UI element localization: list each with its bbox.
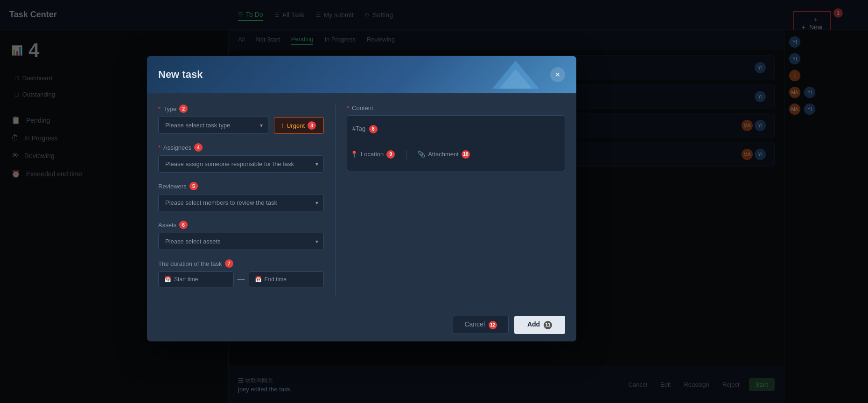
assignees-select[interactable]: Please assign someone responsible for th…	[158, 155, 324, 173]
duration-field-group: The duration of the task 7 📅 Start time …	[158, 259, 324, 287]
assets-label: Assets 6	[158, 221, 324, 229]
urgent-step-badge: 3	[308, 121, 316, 130]
add-step-badge: 11	[544, 321, 552, 329]
modal-body: * Type 2 Please selsect task type ▾ ! Ur…	[147, 93, 576, 308]
content-required-star: *	[347, 104, 349, 111]
urgent-button[interactable]: ! Urgent 3	[274, 117, 324, 134]
assignees-required-star: *	[158, 144, 161, 151]
cancel-label: Cancel	[464, 320, 485, 328]
modal-footer: Cancel 12 Add 11	[147, 308, 576, 341]
modal-header: New task ×	[147, 56, 576, 93]
type-select-wrapper: Please selsect task type ▾	[158, 117, 268, 134]
attachment-step-badge: 10	[462, 150, 470, 159]
content-textarea[interactable]	[347, 115, 565, 171]
assignees-step-badge: 4	[194, 143, 203, 152]
assets-select-wrapper: Please select assets ▾	[158, 233, 324, 250]
modal-left-column: * Type 2 Please selsect task type ▾ ! Ur…	[158, 104, 336, 297]
content-field-group: * Content #Tag 8	[347, 104, 565, 138]
new-task-modal: New task × * Type 2 Please selsect task …	[147, 56, 576, 341]
urgent-label: Urgent	[287, 122, 305, 129]
location-step-badge: 9	[386, 150, 395, 159]
reviewers-label: Reviewers 5	[158, 182, 324, 190]
duration-step-badge: 7	[225, 259, 233, 268]
add-button[interactable]: Add 11	[514, 316, 565, 334]
assets-step-badge: 6	[179, 221, 188, 229]
end-time-input[interactable]: 📅 End time	[249, 271, 324, 287]
reviewers-select-wrapper: Please select members to review the task…	[158, 194, 324, 211]
assignees-select-wrapper: Please assign someone responsible for th…	[158, 155, 324, 173]
location-divider	[406, 150, 406, 159]
calendar-end-icon: 📅	[255, 276, 262, 283]
assets-field-group: Assets 6 Please select assets ▾	[158, 221, 324, 250]
start-time-label: Start time	[174, 276, 198, 283]
cancel-step-badge: 12	[489, 321, 497, 329]
type-select[interactable]: Please selsect task type	[158, 117, 268, 134]
type-required-star: *	[158, 105, 161, 112]
location-icon: 📍	[350, 151, 358, 158]
calendar-start-icon: 📅	[164, 276, 171, 283]
location-button[interactable]: 📍 Location 9	[347, 147, 399, 161]
urgent-icon: !	[282, 122, 284, 129]
modal-title: New task	[158, 69, 203, 81]
cancel-button[interactable]: Cancel 12	[453, 316, 508, 334]
reviewers-select[interactable]: Please select members to review the task	[158, 194, 324, 211]
type-label: * Type 2	[158, 104, 324, 113]
content-label: * Content	[347, 104, 565, 111]
reviewers-field-group: Reviewers 5 Please select members to rev…	[158, 182, 324, 211]
assets-select[interactable]: Please select assets	[158, 233, 324, 250]
attachment-button[interactable]: 📎 Attachment 10	[414, 147, 474, 161]
duration-row: 📅 Start time — 📅 End time	[158, 271, 324, 287]
reviewers-step-badge: 5	[189, 182, 198, 190]
assignees-label: * Assignees 4	[158, 143, 324, 152]
assignees-field-group: * Assignees 4 Please assign someone resp…	[158, 143, 324, 173]
end-time-label: End time	[265, 276, 287, 283]
duration-label: The duration of the task 7	[158, 259, 324, 268]
type-field-group: * Type 2 Please selsect task type ▾ ! Ur…	[158, 104, 324, 134]
close-icon: ×	[555, 70, 560, 80]
type-step-badge: 2	[179, 104, 188, 113]
attachment-icon: 📎	[418, 151, 425, 158]
attachment-label: Attachment	[428, 151, 459, 158]
start-time-input[interactable]: 📅 Start time	[158, 271, 234, 287]
header-decoration	[492, 61, 539, 93]
modal-close-button[interactable]: ×	[550, 67, 565, 82]
modal-right-column: * Content #Tag 8 📍 Location 9	[336, 104, 565, 297]
location-label: Location	[361, 151, 384, 158]
type-row: Please selsect task type ▾ ! Urgent 3	[158, 117, 324, 134]
duration-separator: —	[238, 275, 245, 284]
add-label: Add	[527, 320, 540, 328]
